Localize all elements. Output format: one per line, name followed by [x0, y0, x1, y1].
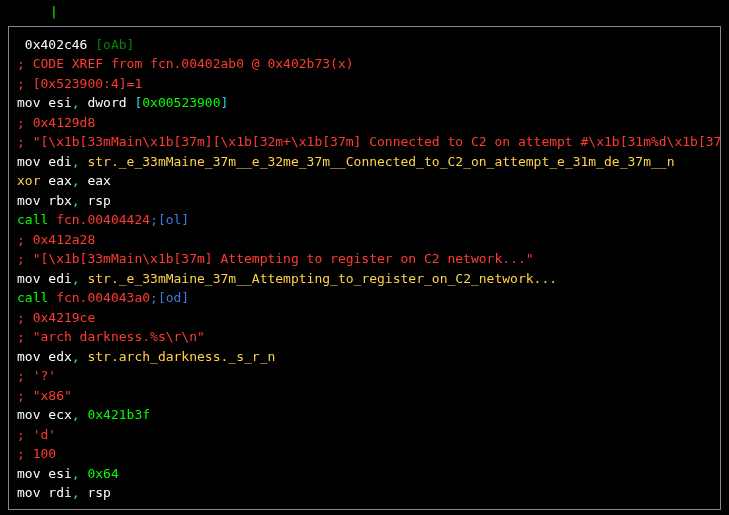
disasm-line: mov rbx, rsp [17, 191, 710, 211]
disasm-token: mov rdi [17, 485, 72, 500]
disasm-line: mov rdi, rsp [17, 483, 710, 503]
disasm-token: ; 0x4219ce [17, 310, 95, 325]
disasm-line: mov edi, str._e_33mMaine_37m__Attempting… [17, 269, 710, 289]
disasm-token: ; 'd' [17, 427, 56, 442]
disasm-line: ; [0x523900:4]=1 [17, 74, 710, 94]
disasm-line: mov ecx, 0x421b3f [17, 405, 710, 425]
disasm-token: xor [17, 173, 40, 188]
disasm-token: ;[od] [150, 290, 189, 305]
disasm-line: ; "[\x1b[33mMain\x1b[37m][\x1b[32m+\x1b[… [17, 132, 710, 152]
disasm-token: , [72, 505, 88, 510]
disasm-token: , [72, 485, 88, 500]
disasm-token: str.arch_darkness._s_r_n [87, 349, 275, 364]
disasm-token: ; "arch darkness.%s\r\n" [17, 329, 205, 344]
disasm-token: fcn.00404424 [56, 212, 150, 227]
disasm-token: ; "x86" [17, 388, 72, 403]
disasm-line: ; '?' [17, 366, 710, 386]
disasm-token: rsp [87, 485, 110, 500]
disasm-line: ; 'd' [17, 425, 710, 445]
disasm-token: call [17, 212, 48, 227]
disasm-token: ; 100 [17, 446, 56, 461]
disasm-token: mov edi [17, 154, 72, 169]
disasm-token: , [72, 173, 88, 188]
disasm-token: ] [221, 95, 229, 110]
disasm-token: , [72, 466, 88, 481]
disasm-token: ; CODE XREF from fcn.00402ab0 @ 0x402b73… [17, 56, 354, 71]
disasm-token: ; '?' [17, 368, 56, 383]
disasm-token: , [72, 95, 88, 110]
disasm-token: ; [0x523900:4]=1 [17, 76, 142, 91]
disasm-token: , [72, 154, 88, 169]
disasm-token: mov esi [17, 466, 72, 481]
disasm-line: mov edx, str.arch_darkness._s_r_n [17, 347, 710, 367]
disasm-token: ; "[\x1b[33mMain\x1b[37m] Attempting to … [17, 251, 534, 266]
disasm-line: ; CODE XREF from fcn.00402ab0 @ 0x402b73… [17, 54, 710, 74]
disasm-token: [oAb] [95, 37, 134, 52]
disasm-token: , [72, 407, 88, 422]
disasm-token: mov edi [17, 271, 72, 286]
disasm-line: ; 0x4129d8 [17, 113, 710, 133]
disasm-line: xor eax, eax [17, 503, 710, 510]
disasm-token: 0x421b3f [87, 407, 150, 422]
disasm-line: ; "[\x1b[33mMain\x1b[37m] Attempting to … [17, 249, 710, 269]
disasm-line: 0x402c46 [oAb] [17, 35, 710, 55]
disasm-line: ; 0x412a28 [17, 230, 710, 250]
disasm-token: dword [87, 95, 134, 110]
disasm-token: eax [40, 173, 71, 188]
disasm-token: 0x00523900 [142, 95, 220, 110]
disasm-token: mov edx [17, 349, 72, 364]
disasm-line: ; "arch darkness.%s\r\n" [17, 327, 710, 347]
disasm-token: ;[ol] [150, 212, 189, 227]
disasm-line: xor eax, eax [17, 171, 710, 191]
disasm-token: ; 0x4129d8 [17, 115, 95, 130]
disasm-line: ; 100 [17, 444, 710, 464]
disasm-line: ; 0x4219ce [17, 308, 710, 328]
disasm-token: ; "[\x1b[33mMain\x1b[37m][\x1b[32m+\x1b[… [17, 134, 721, 149]
disasm-token [48, 290, 56, 305]
disasm-token: eax [87, 505, 110, 510]
disasm-line: mov edi, str._e_33mMaine_37m__e_32me_37m… [17, 152, 710, 172]
disasm-token: , [72, 349, 88, 364]
disassembly-block: 0x402c46 [oAb]; CODE XREF from fcn.00402… [8, 26, 721, 510]
disasm-token: eax [40, 505, 71, 510]
disasm-token: ; 0x412a28 [17, 232, 95, 247]
disasm-line: mov esi, dword [0x00523900] [17, 93, 710, 113]
disasm-line: ; "x86" [17, 386, 710, 406]
disasm-token: str._e_33mMaine_37m__e_32me_37m__Connect… [87, 154, 674, 169]
disasm-line: mov esi, 0x64 [17, 464, 710, 484]
disasm-token: 0x64 [87, 466, 118, 481]
disasm-token: , [72, 193, 88, 208]
disasm-token: mov ecx [17, 407, 72, 422]
disasm-token: fcn.004043a0 [56, 290, 150, 305]
disasm-token: rsp [87, 193, 110, 208]
graph-edge-top: | [0, 0, 729, 22]
disasm-token: , [72, 271, 88, 286]
disasm-token [48, 212, 56, 227]
disasm-token: call [17, 290, 48, 305]
disasm-token: mov rbx [17, 193, 72, 208]
disasm-token: str._e_33mMaine_37m__Attempting_to_regis… [87, 271, 557, 286]
disasm-token: eax [87, 173, 110, 188]
disasm-line: call fcn.00404424;[ol] [17, 210, 710, 230]
disasm-token: 0x402c46 [17, 37, 95, 52]
disasm-line: call fcn.004043a0;[od] [17, 288, 710, 308]
disasm-token: mov esi [17, 95, 72, 110]
disasm-token: xor [17, 505, 40, 510]
